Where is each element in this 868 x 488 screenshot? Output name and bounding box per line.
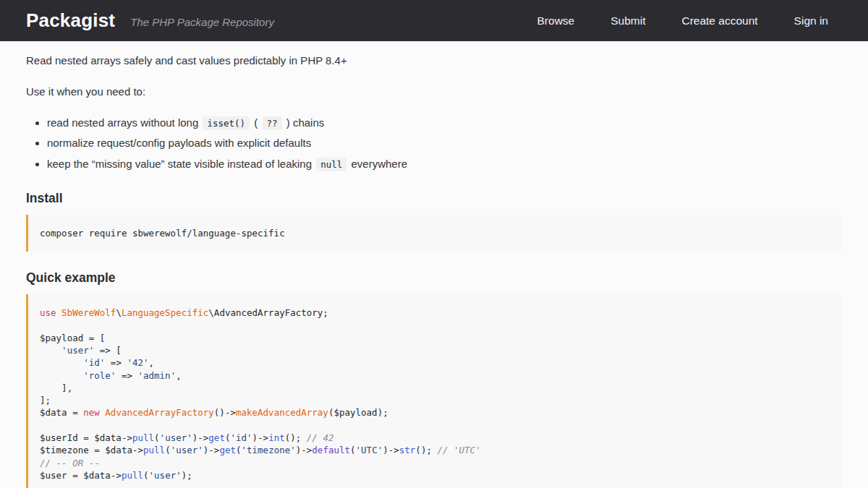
inline-code: ??: [263, 116, 282, 130]
code-line: ];: [40, 394, 830, 406]
token: '42': [127, 357, 148, 368]
token: // 42: [307, 432, 334, 443]
code-line: 'user' => [: [40, 344, 830, 356]
token: // 'UTC': [437, 445, 480, 455]
nav-sign-in[interactable]: Sign in: [794, 14, 828, 27]
token: => [: [94, 345, 122, 356]
token: $payload: [40, 333, 83, 343]
token: normalize request/config payloads with e…: [47, 137, 311, 149]
token: 'user': [61, 345, 94, 356]
token: [56, 307, 62, 318]
token: = [: [83, 333, 105, 343]
token: =: [89, 445, 106, 455]
inline-code: isset(): [203, 116, 250, 130]
token: 'id': [83, 357, 105, 368]
quick-example-code-block: use SbWereWolf\LanguageSpecific\Advanced…: [26, 294, 842, 488]
token: 'user': [171, 445, 203, 455]
token: keep the “missing value” state visible i…: [47, 158, 315, 170]
token: ];: [40, 395, 51, 406]
list-item: normalize request/config payloads with e…: [47, 135, 842, 151]
token: everywhere: [348, 158, 407, 170]
token: [40, 345, 61, 356]
readme-content: Read nested arrays safely and cast value…: [0, 41, 868, 488]
code-line: // -- OR --: [40, 457, 830, 469]
token: \: [116, 307, 122, 318]
token: =: [78, 432, 95, 443]
list-item: read nested arrays without long isset() …: [47, 115, 842, 131]
main-nav: Browse Submit Create account Sign in: [537, 14, 828, 27]
token: $userId: [40, 432, 78, 443]
token: 'role': [83, 370, 116, 381]
token: (: [236, 445, 242, 455]
token: AdvancedArrayFactory: [105, 407, 214, 418]
token: $data: [94, 432, 122, 443]
site-header: Packagist The PHP Package Repository Bro…: [0, 0, 868, 41]
nav-submit[interactable]: Submit: [610, 14, 645, 27]
token: \AdvancedArrayFactory;: [208, 307, 328, 318]
code-line: $user = $data->pull('user');: [40, 469, 830, 481]
token: =>: [105, 357, 127, 368]
token: )->: [192, 432, 209, 443]
token: ->: [122, 432, 132, 443]
token: read nested arrays without long: [47, 116, 201, 129]
token: 'user': [149, 470, 182, 481]
token: makeAdvancedArray: [236, 407, 328, 418]
token: get: [208, 432, 225, 443]
token: 'timezone': [242, 445, 296, 455]
token: get: [219, 445, 236, 455]
token: ],: [40, 382, 72, 393]
token: (: [165, 445, 171, 455]
token: $timezone: [40, 445, 89, 455]
token: 'admin': [137, 370, 176, 381]
token: 'UTC': [356, 445, 383, 455]
code-line: 'id' => '42',: [40, 356, 830, 369]
code-line: composer require sbwerewolf/language-spe…: [40, 227, 830, 239]
token: ();: [285, 432, 307, 443]
token: )->: [296, 445, 312, 455]
token: pull: [122, 470, 143, 481]
list-item: keep the “missing value” state visible i…: [47, 156, 842, 172]
token: $payload: [333, 407, 377, 418]
nav-create-account[interactable]: Create account: [681, 14, 757, 27]
site-tagline: The PHP Package Repository: [130, 16, 274, 28]
token: default: [312, 445, 350, 455]
token: =>: [116, 370, 137, 381]
token: pull: [143, 445, 165, 455]
code-line: $data = new AdvancedArrayFactory()->make…: [40, 406, 830, 419]
code-line: [40, 481, 830, 488]
inline-code: null: [316, 158, 346, 171]
code-line: 'role' => 'admin',: [40, 369, 830, 382]
code-line: $payload = [: [40, 332, 830, 344]
token: pull: [132, 432, 154, 443]
code-line: [40, 319, 830, 331]
token: ();: [415, 445, 437, 455]
nav-browse[interactable]: Browse: [537, 14, 575, 27]
packagist-logo[interactable]: Packagist: [26, 9, 115, 32]
token: $user: [40, 470, 67, 481]
token: [40, 357, 83, 368]
token: LanguageSpecific: [122, 307, 208, 318]
code-line: $userId = $data->pull('user')->get('id')…: [40, 432, 830, 444]
token: $data: [105, 445, 132, 455]
token: )->: [252, 432, 269, 443]
token: )->: [203, 445, 220, 455]
token: (: [350, 445, 356, 455]
token: $data: [83, 470, 111, 481]
token: $data: [40, 407, 67, 418]
token: (: [143, 470, 149, 481]
token: ()->: [214, 407, 236, 418]
intro-paragraph: Read nested arrays safely and cast value…: [26, 53, 842, 69]
token: ,: [176, 370, 182, 381]
token: ->: [132, 445, 143, 455]
code-line: use SbWereWolf\LanguageSpecific\Advanced…: [40, 307, 830, 319]
token: ) chains: [284, 116, 325, 129]
token: 'user': [160, 432, 192, 443]
use-when-paragraph: Use it when you need to:: [26, 84, 842, 100]
token: SbWereWolf: [61, 307, 116, 318]
token: str: [399, 445, 416, 455]
token: );: [378, 407, 388, 418]
token: use: [40, 307, 56, 318]
token: (: [154, 432, 160, 443]
install-heading: Install: [26, 191, 842, 206]
code-line: [40, 419, 830, 432]
